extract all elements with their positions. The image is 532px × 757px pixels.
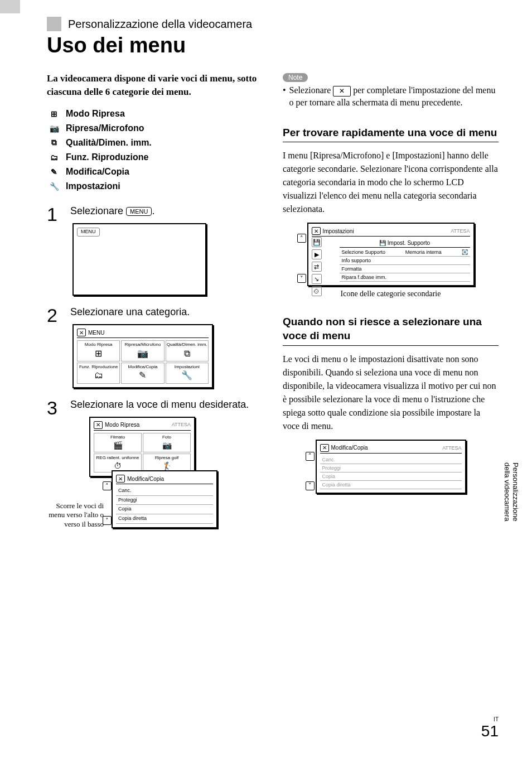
- screen-header: ✕ Impostazioni ATTESA: [312, 227, 470, 237]
- right-column: Note • Selezionare ✕ per completare l'im…: [283, 72, 499, 538]
- page-content: Personalizzazione della videocamera Uso …: [0, 0, 532, 538]
- category-item: ⧉Qualità/Dimen. imm.: [47, 138, 263, 148]
- arrow-down-icon[interactable]: ˅: [306, 481, 315, 490]
- cell-label: Foto: [162, 435, 171, 440]
- note-block: Note • Selezionare ✕ per completare l'im…: [283, 72, 499, 109]
- subheading-unavailable: Quando non si riesce a selezionare una v…: [283, 315, 499, 345]
- grid-cell[interactable]: Modo Ripresa⊞: [77, 340, 120, 361]
- list-item-disabled[interactable]: Canc.: [320, 456, 462, 464]
- list-item-disabled[interactable]: Proteggi: [320, 464, 462, 472]
- cell-label: Modo Ripresa: [85, 342, 113, 347]
- screen-header: ✕ Modifica/Copia ATTESA: [320, 444, 462, 454]
- list-item-disabled[interactable]: Copia diretta: [320, 481, 462, 489]
- intro-text: La videocamera dispone di varie voci di …: [47, 72, 263, 99]
- close-icon[interactable]: ✕: [312, 227, 321, 235]
- grid-cell[interactable]: Foto📷: [143, 433, 191, 452]
- category-label: Modo Ripresa: [66, 109, 125, 119]
- scroll-down-wrap: ˅: [306, 481, 315, 490]
- corner-gray-bar: [0, 0, 20, 13]
- sub-category-heading: 💾 Impost. Supporto: [340, 239, 470, 248]
- step-1: 1 Selezionare MENU. MENU: [47, 205, 263, 296]
- grid-cell[interactable]: Ripresa/Microfono📷: [121, 340, 164, 361]
- status-label: ATTESA: [442, 445, 461, 451]
- lcd-screen-step1: MENU: [72, 223, 206, 296]
- grid-cell[interactable]: Qualità/Dimen. imm.⧉: [166, 340, 209, 361]
- list-item[interactable]: Proteggi: [116, 496, 213, 505]
- lcd-screen-step2: ✕ MENU Modo Ripresa⊞ Ripresa/Microfono📷 …: [72, 324, 213, 388]
- list-item[interactable]: Selezione SupportoMemoria interna 💽: [340, 248, 470, 257]
- step-text: Selezionare una categoria.: [70, 306, 190, 317]
- list-item[interactable]: Canc.: [116, 486, 213, 496]
- category-list: ⊞Modo Ripresa 📷Ripresa/Microfono ⧉Qualit…: [47, 109, 263, 191]
- section-marker: [47, 17, 61, 31]
- list-item-disabled[interactable]: Copia: [320, 472, 462, 481]
- grid-cell[interactable]: REG rallent. uniforme⏱: [94, 454, 142, 473]
- row-label: Ripara f.dbase imm.: [342, 274, 387, 280]
- language-code: IT: [481, 716, 499, 722]
- playback-icon[interactable]: ▶: [312, 249, 322, 259]
- list-rows: Canc. Proteggi Copia Copia diretta: [116, 486, 213, 524]
- screen-title: Modifica/Copia: [127, 475, 164, 483]
- grid-cell[interactable]: Ripresa golf🏌: [143, 454, 191, 473]
- step-body: Selezionare MENU. MENU: [70, 205, 263, 296]
- list-item[interactable]: Info supporto: [340, 257, 470, 265]
- body-text: Le voci di menu o le impostazioni disatt…: [283, 353, 499, 433]
- frames-icon: ⧉: [47, 138, 61, 148]
- camera-icon: 📷: [47, 123, 61, 133]
- list-item[interactable]: Copia: [116, 505, 213, 514]
- grid-cell[interactable]: Impostazioni🔧: [166, 363, 209, 384]
- status-label: ATTESA: [451, 228, 470, 234]
- arrow-up-icon[interactable]: ˄: [103, 481, 112, 490]
- lcd-screen-sub-icons: ˄ ˅ 💾 ▶ ⇄ ↘ ⏲ ✕ Impostazioni ATTESA: [307, 223, 475, 286]
- category-grid: Modo Ripresa⊞ Ripresa/Microfono📷 Qualità…: [77, 340, 209, 383]
- arrow-down-icon[interactable]: ˅: [103, 516, 112, 525]
- camera-icon: 📷: [122, 348, 163, 359]
- grid-cell[interactable]: Modifica/Copia✎: [121, 363, 164, 384]
- arrow-up-icon[interactable]: ˄: [306, 452, 315, 461]
- edit-icon: ✎: [47, 167, 61, 177]
- lcd-screen-3a: ✕ Modo Ripresa ATTESA Filmato🎬 Foto📷 REG…: [89, 417, 195, 477]
- cell-label: Ripresa golf: [155, 455, 179, 460]
- scroll-annotation: Scorre le voci di menu verso l'alto o ve…: [42, 502, 104, 529]
- scroll-up-wrap: ˄: [297, 234, 306, 243]
- side-tab-label: Personalizzazione della videocamera: [503, 462, 520, 538]
- clock-icon[interactable]: ⏲: [312, 286, 322, 296]
- list-item[interactable]: Formatta: [340, 265, 470, 273]
- media-icon[interactable]: 💾: [312, 237, 322, 247]
- note-fragment: Selezionare: [289, 85, 333, 95]
- close-icon[interactable]: ✕: [320, 444, 329, 452]
- list-item[interactable]: Copia diretta: [116, 514, 213, 524]
- screen-header: ✕ MENU: [77, 329, 209, 338]
- screen-title: MENU: [88, 329, 104, 336]
- arrow-down-icon[interactable]: ˅: [297, 274, 306, 283]
- close-icon[interactable]: ✕: [94, 421, 103, 429]
- grid-icon: ⊞: [47, 109, 61, 119]
- screen-title: Modifica/Copia: [331, 445, 368, 451]
- step-3: 3 Selezionare la voce di menu desiderata…: [47, 398, 263, 528]
- cell-label: Impostazioni: [175, 364, 200, 369]
- cell-label: Qualità/Dimen. imm.: [167, 342, 207, 347]
- general-icon[interactable]: ↘: [312, 274, 322, 284]
- category-label: Funz. Riproduzione: [66, 152, 148, 162]
- slowmo-icon: ⏱: [94, 461, 141, 471]
- arrow-up-icon[interactable]: ˄: [297, 234, 306, 243]
- frames-icon: ⧉: [166, 348, 208, 359]
- step-text: .: [152, 205, 154, 216]
- list-item[interactable]: Ripara f.dbase imm.: [340, 273, 470, 282]
- cell-label: REG rallent. uniforme: [96, 455, 139, 460]
- row-label: Info supporto: [342, 258, 371, 263]
- grid-cell[interactable]: Funz. Riproduzione🗂: [77, 363, 120, 384]
- photo-icon: 📷: [143, 440, 190, 450]
- film-icon: 🎬: [94, 440, 141, 450]
- row-value: Memoria interna: [405, 249, 442, 255]
- grid-cell[interactable]: Filmato🎬: [94, 433, 142, 452]
- connection-icon[interactable]: ⇄: [312, 262, 322, 272]
- sub-category-icons: 💾 ▶ ⇄ ↘ ⏲: [312, 237, 322, 296]
- close-icon[interactable]: ✕: [116, 475, 125, 483]
- screen-header: ✕ Modo Ripresa ATTESA: [94, 421, 191, 431]
- cell-label: Modifica/Copia: [128, 364, 158, 369]
- r1-main: 💾 Impost. Supporto Selezione SupportoMem…: [340, 239, 470, 282]
- menu-button-on-screen[interactable]: MENU: [77, 228, 100, 237]
- close-icon[interactable]: ✕: [77, 329, 86, 336]
- lcd-screen-3b: ˄ ˅ ✕ Modifica/Copia Canc. Proteggi Copi…: [112, 470, 217, 528]
